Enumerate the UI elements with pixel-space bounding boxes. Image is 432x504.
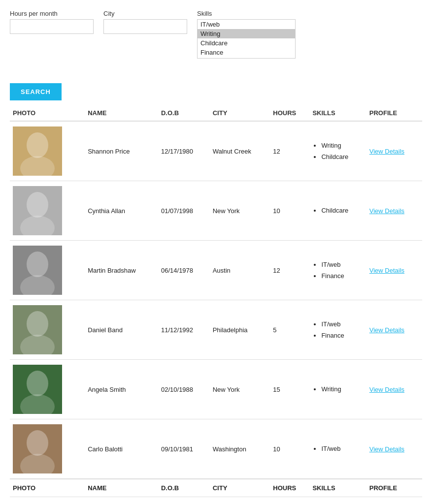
person-dob: 02/10/1988 [158, 360, 210, 419]
col-footer-name: NAME [85, 479, 158, 497]
person-city: Washington [210, 419, 270, 479]
svg-point-10 [27, 311, 48, 337]
svg-point-16 [27, 430, 48, 456]
person-dob: 06/14/1978 [158, 241, 210, 300]
skills-listbox[interactable]: IT/webWritingChildcareFinance [197, 19, 296, 59]
svg-point-13 [27, 371, 48, 396]
table-row: Cynthia Allan01/07/1998New York10Childca… [10, 181, 422, 241]
svg-point-7 [27, 252, 48, 277]
col-header-d.o.b: D.O.B [158, 105, 210, 121]
skill-item: Finance [321, 330, 363, 341]
photo-cell [10, 419, 85, 479]
view-details-link[interactable]: View Details [369, 386, 404, 393]
filter-bar: Hours per month City Skills IT/webWritin… [10, 10, 422, 59]
table-row: Angela Smith02/10/1988New York15WritingV… [10, 360, 422, 419]
person-profile[interactable]: View Details [366, 419, 422, 479]
person-skills: IT/webFinance [309, 300, 366, 360]
skill-option-it_web[interactable]: IT/web [198, 20, 295, 29]
photo-cell [10, 360, 85, 419]
person-city: Walnut Creek [210, 121, 270, 181]
search-button[interactable]: SEARCH [10, 83, 62, 100]
skill-option-childcare[interactable]: Childcare [198, 38, 295, 48]
col-header-skills: SKILLS [309, 105, 366, 121]
person-profile[interactable]: View Details [366, 300, 422, 360]
hours-filter-group: Hours per month [10, 10, 94, 34]
person-dob: 09/10/1981 [158, 419, 210, 479]
col-header-profile: PROFILE [366, 105, 422, 121]
person-skills: Writing [309, 360, 366, 419]
skill-item: Writing [321, 383, 363, 395]
skill-item: Finance [321, 270, 363, 282]
skills-label: Skills [197, 10, 296, 17]
person-name: Martin Bradshaw [85, 241, 158, 300]
person-profile[interactable]: View Details [366, 241, 422, 300]
person-name: Shannon Price [85, 121, 158, 181]
person-dob: 12/17/1980 [158, 121, 210, 181]
view-details-link[interactable]: View Details [369, 326, 404, 334]
person-hours: 10 [270, 419, 309, 479]
skill-item: IT/web [321, 318, 363, 330]
skill-option-writing[interactable]: Writing [198, 29, 295, 38]
person-profile[interactable]: View Details [366, 181, 422, 241]
col-footer-profile: PROFILE [366, 479, 422, 497]
person-skills: Childcare [309, 181, 366, 241]
col-footer-hours: HOURS [270, 479, 309, 497]
person-city: New York [210, 360, 270, 419]
view-details-link[interactable]: View Details [369, 207, 404, 215]
person-name: Daniel Band [85, 300, 158, 360]
person-hours: 12 [270, 121, 309, 181]
results-table: PHOTONAMED.O.BCITYHOURSSKILLSPROFILE Sha… [10, 105, 422, 497]
col-header-city: CITY [210, 105, 270, 121]
photo-cell [10, 181, 85, 241]
view-details-link[interactable]: View Details [369, 148, 404, 155]
col-footer-photo: PHOTO [10, 479, 85, 497]
photo-cell [10, 121, 85, 181]
person-profile[interactable]: View Details [366, 360, 422, 419]
svg-point-1 [27, 132, 48, 158]
svg-point-4 [27, 192, 48, 218]
col-header-photo: PHOTO [10, 105, 85, 121]
person-skills: IT/web [309, 419, 366, 479]
table-row: Shannon Price12/17/1980Walnut Creek12Wri… [10, 121, 422, 181]
person-profile[interactable]: View Details [366, 121, 422, 181]
person-dob: 11/12/1992 [158, 300, 210, 360]
col-footer-skills: SKILLS [309, 479, 366, 497]
person-dob: 01/07/1998 [158, 181, 210, 241]
table-row: Daniel Band11/12/1992Philadelphia5IT/web… [10, 300, 422, 360]
city-label: City [103, 10, 187, 17]
person-name: Cynthia Allan [85, 181, 158, 241]
city-filter-group: City [103, 10, 187, 34]
view-details-link[interactable]: View Details [369, 445, 404, 453]
photo-cell [10, 300, 85, 360]
col-footer-city: CITY [210, 479, 270, 497]
skill-item: Childcare [321, 205, 363, 216]
city-input[interactable] [103, 19, 187, 34]
skill-item: Childcare [321, 151, 363, 162]
person-hours: 12 [270, 241, 309, 300]
person-skills: WritingChildcare [309, 121, 366, 181]
table-row: Martin Bradshaw06/14/1978Austin12IT/webF… [10, 241, 422, 300]
person-hours: 15 [270, 360, 309, 419]
col-header-name: NAME [85, 105, 158, 121]
skill-option-finance[interactable]: Finance [198, 48, 295, 57]
skills-filter-group: Skills IT/webWritingChildcareFinance [197, 10, 296, 59]
skill-item: Writing [321, 140, 363, 151]
person-hours: 10 [270, 181, 309, 241]
person-city: New York [210, 181, 270, 241]
person-name: Carlo Balotti [85, 419, 158, 479]
view-details-link[interactable]: View Details [369, 267, 404, 274]
hours-input[interactable] [10, 19, 94, 34]
skill-item: IT/web [321, 259, 363, 270]
col-header-hours: HOURS [270, 105, 309, 121]
person-skills: IT/webFinance [309, 241, 366, 300]
person-hours: 5 [270, 300, 309, 360]
person-city: Philadelphia [210, 300, 270, 360]
skill-item: IT/web [321, 443, 363, 454]
table-row: Carlo Balotti09/10/1981Washington10IT/we… [10, 419, 422, 479]
person-city: Austin [210, 241, 270, 300]
col-footer-d.o.b: D.O.B [158, 479, 210, 497]
person-name: Angela Smith [85, 360, 158, 419]
photo-cell [10, 241, 85, 300]
hours-label: Hours per month [10, 10, 94, 17]
